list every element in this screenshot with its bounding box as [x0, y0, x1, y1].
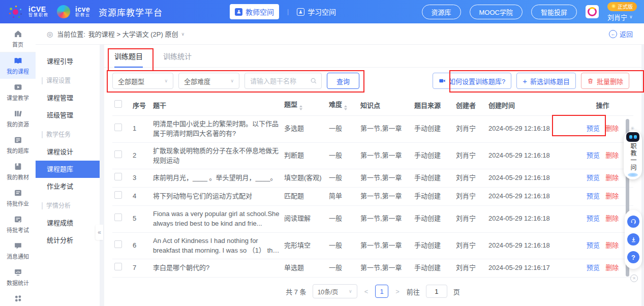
row-checkbox[interactable] — [114, 173, 122, 180]
quick-link-button[interactable]: 智能投屏 — [531, 5, 577, 19]
search-icon — [310, 77, 317, 84]
cell-source: 手动创建 — [412, 142, 454, 169]
current-page-button[interactable]: 1 — [375, 285, 388, 298]
cell-knowledge: 第一节,第一章 — [358, 259, 412, 278]
row-checkbox[interactable] — [114, 191, 122, 199]
rail-item[interactable]: 待批作业 — [0, 185, 36, 211]
quick-link-button[interactable]: MOOC学院 — [470, 5, 523, 19]
delete-link[interactable]: 删除 — [605, 174, 619, 181]
rail-item[interactable]: 我的课程 — [0, 52, 36, 79]
preview-link[interactable]: 预览 — [587, 215, 600, 222]
menu-item[interactable]: 统计分析 — [36, 232, 100, 249]
apps-icon — [14, 294, 22, 303]
rail-item[interactable]: 我的教材 — [0, 158, 36, 185]
row-checkbox[interactable] — [114, 213, 122, 221]
page-size-select[interactable]: 10条/页 ∨ — [313, 284, 357, 298]
delete-link[interactable]: 删除 — [605, 264, 619, 271]
wave-icon — [628, 173, 638, 177]
teacher-space-button[interactable]: 教师空间 — [230, 4, 279, 19]
row-checkbox[interactable] — [114, 150, 122, 158]
add-training-questions-button[interactable]: + 新选训练题目 — [516, 73, 576, 89]
tab[interactable]: 训练题目 — [114, 45, 143, 67]
delete-link[interactable]: 删除 — [605, 241, 619, 249]
table-row: 1 明清是中国小说史上的繁荣时期。以下作品属于明清时期四大名著的有? 多选题 一… — [112, 116, 633, 143]
customer-service-button[interactable] — [627, 216, 639, 228]
cell-type: 匹配题 — [282, 188, 327, 206]
menu-item-label: 作业考试 — [47, 182, 73, 190]
header-type[interactable]: 题型 — [282, 94, 327, 116]
menu-item[interactable]: 作业考试 — [36, 178, 100, 195]
rail-item[interactable]: 消息通知 — [0, 237, 36, 264]
row-checkbox[interactable] — [114, 263, 122, 270]
menu-item[interactable]: 班级管理 — [36, 107, 100, 124]
sort-icons[interactable] — [344, 105, 347, 110]
preview-link[interactable]: 预览 — [587, 125, 600, 132]
breadcrumb-path[interactable]: 我的课程 > 大学语文 (2P) 原创 — [88, 29, 178, 39]
rail-item[interactable]: 待批考试 — [0, 211, 36, 237]
delete-link[interactable]: 删除 — [605, 192, 619, 200]
next-page-button[interactable]: > — [394, 288, 401, 295]
rail-item[interactable]: 首页 — [0, 25, 36, 52]
sidebar-collapse-handle[interactable]: « — [96, 225, 103, 240]
question-type-select[interactable]: 全部题型 ∨ — [112, 73, 173, 89]
goto-page-input[interactable] — [426, 285, 447, 298]
quick-link-button[interactable]: 资源库 — [422, 5, 461, 19]
row-checkbox[interactable] — [114, 124, 122, 131]
difficulty-select[interactable]: 全部难度 ∨ — [178, 73, 239, 89]
tab-bar: 训练题目 训练统计 — [104, 45, 641, 68]
menu-item[interactable]: 课程设计 — [36, 143, 100, 161]
menu-item[interactable]: 课程引导 — [36, 53, 100, 70]
preview-link[interactable]: 预览 — [587, 264, 600, 271]
tab[interactable]: 训练统计 — [163, 45, 192, 67]
back-button[interactable]: ← 返回 — [609, 29, 633, 39]
menu-item[interactable]: 课程管理 — [36, 89, 100, 107]
preview-link[interactable]: 预览 — [587, 151, 600, 159]
goto-label: 前往 — [407, 287, 420, 296]
cell-select — [112, 169, 131, 188]
rail-item[interactable]: 我的题库 — [0, 132, 36, 158]
medal-icon — [611, 4, 616, 8]
batch-delete-button[interactable]: 批量删除 — [581, 73, 629, 89]
rail-item[interactable]: 第三方应用 — [0, 290, 36, 306]
cell-select — [112, 232, 131, 259]
prev-page-button[interactable]: < — [363, 288, 370, 295]
cell-type: 完形填空 — [282, 232, 327, 259]
help-button[interactable]: ? — [627, 251, 639, 263]
header-source: 题目来源 — [412, 94, 454, 116]
cell-knowledge: 第一节,第一章 — [358, 169, 412, 188]
cell-select — [112, 259, 131, 278]
cell-no: 1 — [131, 116, 151, 143]
learning-space-button[interactable]: 学习空间 — [297, 7, 336, 17]
delete-link[interactable]: 删除 — [605, 125, 619, 132]
cell-knowledge: 第一节,第一章 — [358, 142, 412, 169]
sort-icons[interactable] — [299, 105, 302, 110]
menu-item[interactable]: 课程成绩 — [36, 215, 100, 232]
menu-item[interactable]: 课程题库 — [36, 161, 100, 178]
close-widget-button[interactable]: ✕ — [630, 274, 638, 282]
cell-type: 填空题(客观) — [282, 169, 327, 188]
header-difficulty[interactable]: 难度 — [327, 94, 358, 116]
chevron-down-icon[interactable]: ∨ — [181, 32, 185, 37]
howto-setup-bank-button[interactable]: 如何设置训练题库? — [433, 73, 511, 89]
menu-item-label: 统计分析 — [47, 236, 73, 244]
select-all-checkbox[interactable] — [114, 100, 122, 108]
assistant-widget[interactable]: 职教一问 — [624, 131, 642, 179]
cell-select — [112, 142, 131, 169]
cell-created: 2024-05-29 12:16:18 — [486, 142, 572, 169]
download-button[interactable] — [627, 233, 639, 246]
preview-link[interactable]: 预览 — [587, 241, 600, 249]
delete-link[interactable]: 删除 — [605, 151, 619, 159]
icve-mini-app-icon[interactable] — [586, 5, 599, 18]
rail-item[interactable]: 数据统计 — [0, 264, 36, 290]
user-menu[interactable]: 刘肖宁 ∨ — [607, 12, 633, 22]
row-checkbox[interactable] — [114, 240, 122, 248]
stem-search-input[interactable] — [249, 77, 307, 85]
delete-link[interactable]: 删除 — [605, 215, 619, 222]
rail-item[interactable]: 课堂教学 — [0, 79, 36, 105]
preview-link[interactable]: 预览 — [587, 192, 600, 200]
query-button[interactable]: 查询 — [327, 73, 359, 89]
menu-item-label: 课程设置 — [42, 77, 71, 84]
rail-item[interactable]: 我的资源 — [0, 105, 36, 132]
stats-icon — [14, 268, 22, 277]
preview-link[interactable]: 预览 — [587, 174, 600, 181]
